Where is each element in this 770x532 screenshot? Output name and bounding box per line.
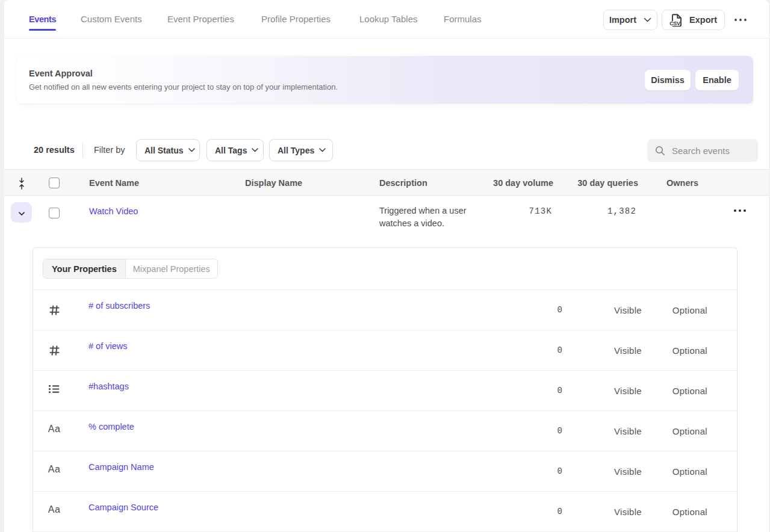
svg-text:CSV: CSV — [669, 20, 680, 26]
